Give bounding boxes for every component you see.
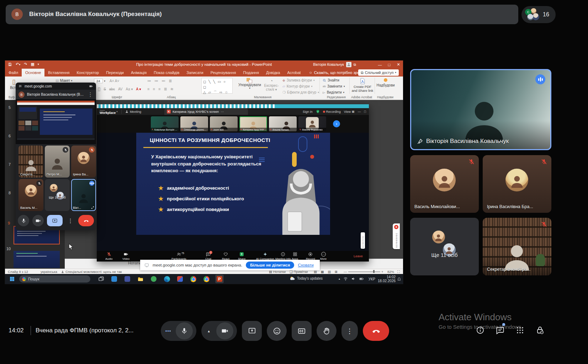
pip-tile[interactable]: Петро М... [45,146,70,178]
participants-pill[interactable]: C 16 [521,6,556,23]
pip-tile[interactable]: Василь М... [18,179,43,211]
notifications-icon[interactable] [397,277,401,281]
tray-expand-icon[interactable]: ▴ [339,277,340,280]
zoom-record-button[interactable]: Record [306,252,315,260]
zoom-slider-thumb[interactable] [373,270,375,273]
slide-number[interactable]: 6 [9,134,11,138]
share-button[interactable]: ⧉ Спільний доступ▾ [358,69,399,76]
reactions-button[interactable] [267,321,287,341]
chrome-icon[interactable] [189,275,197,283]
replace-button[interactable]: abЗамінити▾ [323,84,345,88]
mic-button[interactable]: ••• [161,321,196,341]
shape-outline-button[interactable]: ▱Контур фігури▾ [282,84,312,88]
arrange-button[interactable]: Упорядкувати▾ [238,78,261,90]
start-button-icon[interactable] [9,276,15,282]
shape-fill-button[interactable]: ◆Заливка фігури▾ [282,78,315,82]
layout-button[interactable]: ▤Макет▾ [55,79,72,83]
zoom-screen-tab[interactable]: K Катерина Удод ХНУВС's screen ⋯ [164,108,248,115]
quick-styles-button[interactable]: ◔ Експрес- стилі ▾ [263,78,280,91]
slide-number[interactable]: 5 [9,105,11,110]
task-view-icon[interactable] [97,275,105,283]
zoom-leave-button[interactable]: Leave [354,254,363,258]
zoom-ai-companion-button[interactable]: AI Companion [256,252,274,260]
account-area[interactable]: Вікторія Ковальчук ⧉ [313,62,356,67]
fit-slide-icon[interactable]: ⛶ [397,270,400,274]
tab-transitions[interactable]: Переходи [102,69,127,77]
activities-icon[interactable] [516,326,524,334]
powerpoint-taskbar-icon-active[interactable]: P [215,275,224,283]
zoom-more-button[interactable]: ⋯ More [320,252,327,260]
shapes-gallery[interactable]: ◻ ╲ ╲ ▭ ○ ◻ △ ▱ ⌒ ⇨ ☆ { [201,78,233,94]
zoom-out-icon[interactable]: — [344,270,347,274]
slide-number[interactable]: 7 [9,162,11,167]
captions-button[interactable] [292,321,312,341]
present-button[interactable] [242,321,262,341]
pip-tile[interactable]: Ірина Ва... [71,146,96,178]
video-tile[interactable]: Ірина Василівна Бра... [483,155,551,213]
taskbar-clock[interactable]: 14:02 18.02.2026 [378,275,396,283]
meeting-details-icon[interactable] [476,326,484,334]
video-tile[interactable]: Секретар вченої ра... [483,218,551,275]
slide-thumbnail-10[interactable] [14,251,60,268]
chrome-icon[interactable] [202,275,211,283]
pip-mic-button[interactable] [18,215,29,226]
zoom-apps-button[interactable]: Apps [292,252,298,260]
zoom-brand[interactable]: zoom Workplace ▾ [100,109,118,114]
file-explorer-icon[interactable] [136,275,145,283]
paragraph-buttons-row1[interactable]: ≔ ≔ ≕ ≣ [147,79,173,83]
security-shield-icon[interactable] [316,110,320,114]
tab-record[interactable]: Записати [183,69,207,77]
pip-more-icon[interactable]: ⋮ [88,91,93,98]
tab-help[interactable]: Довідка [263,69,284,77]
end-call-button[interactable] [363,321,389,341]
pip-leave-button[interactable] [78,215,94,226]
zoom-sign-in[interactable]: Sign in [303,110,313,114]
pip-more-icon[interactable]: ⋮ [66,215,75,226]
chat-panel-button[interactable] [496,326,504,334]
tab-view[interactable]: Подання [239,69,262,77]
zoom-react-button[interactable]: React [222,252,229,260]
zoom-slider[interactable] [348,271,380,272]
close-button[interactable]: ✕ [394,60,403,69]
minimize-button[interactable]: — [375,60,385,69]
zoom-participants-button[interactable]: 75 Participants [171,252,186,260]
screenrec-widget[interactable]: screenrec [393,223,400,249]
taskbar-updates[interactable]: Today's updates [290,276,323,281]
camera-button[interactable]: ▴ [201,321,237,341]
pip-tile-self[interactable]: Вікт... [71,179,96,211]
slide-number[interactable]: 10 [6,247,11,251]
zoom-meeting-tab[interactable]: Meeting [125,110,141,114]
zoom-minimize-button[interactable]: — [358,110,361,114]
zoom-level[interactable]: 82% [387,270,394,274]
shape-effects-button[interactable]: ❍Ефекти для фігур▾ [282,90,319,94]
zoom-meeting-info-button[interactable]: Meeting info [275,252,291,260]
tab-insert[interactable]: Вставлення [44,69,73,77]
expand-icon[interactable] [91,206,94,209]
pip-camera-icon[interactable] [89,84,93,88]
font-size-box[interactable]: 24 ▾ A˄ A˅ [94,79,119,83]
tab-slideshow[interactable]: Показ слайдів [150,69,183,77]
edge-icon[interactable] [163,275,171,283]
pip-tile[interactable]: Секрета... [18,146,43,178]
tab-review[interactable]: Рецензування [207,69,240,77]
slide-number[interactable]: 8 [9,191,11,195]
tab-design[interactable]: Конструктор [73,69,102,77]
screenrec-widget-small[interactable]: screenrec [361,232,365,249]
video-tile[interactable]: Микола Федоренко [298,116,326,131]
pip-present-button[interactable] [47,215,63,226]
taskbar-search[interactable]: Пошук [19,275,90,283]
zoom-chat-button[interactable]: 2 Chat [205,252,211,260]
tab-more-icon[interactable]: ⋯ [221,110,224,114]
stop-sharing-button[interactable]: Більше не ділитися [246,262,294,269]
slide-number-current[interactable]: 9 [8,221,10,225]
taskbar-app-icon[interactable] [110,275,118,283]
pip-settings-icon[interactable] [18,84,22,88]
paragraph-buttons-row2[interactable]: ≡ ≡ ≡ ≣ ≋ [147,87,175,91]
accessibility-status[interactable]: Спеціальні можливості: щось не так [61,270,122,274]
tab-animations[interactable]: Анімація [127,69,150,77]
taskbar-app-icon[interactable] [176,275,184,283]
zoom-video-button[interactable]: Video [122,252,129,260]
language-indicator[interactable]: українська [41,270,57,274]
system-tray[interactable]: ▴ [339,276,364,281]
overflow-tile[interactable]: Ще 11 осіб [410,218,479,275]
